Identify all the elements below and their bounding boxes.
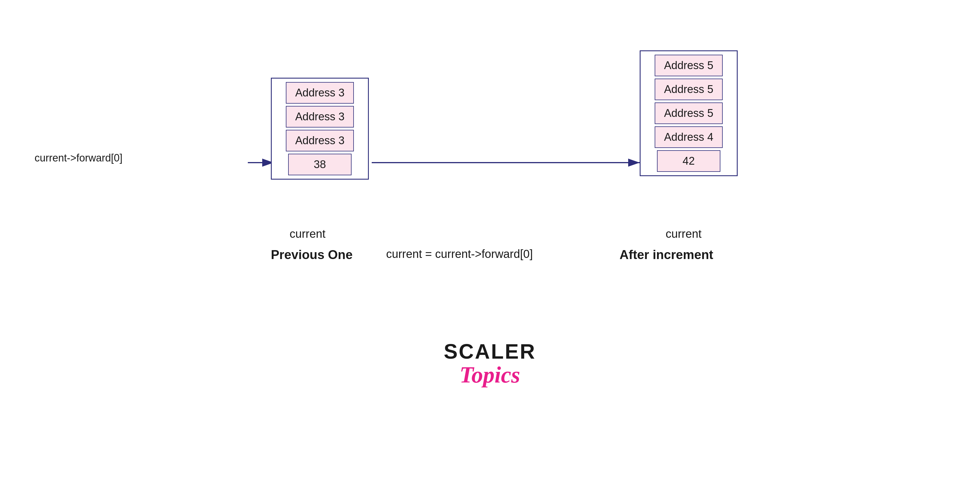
left-box-bold-label: Previous One xyxy=(271,247,353,262)
right-cell-4: 42 xyxy=(657,150,721,172)
right-cell-0: Address 5 xyxy=(655,55,722,76)
diagram-container: current->forward[0] Address 3 Address 3 … xyxy=(0,0,980,485)
left-node-box: Address 3 Address 3 Address 3 38 xyxy=(271,78,369,180)
left-arrow-label: current->forward[0] xyxy=(35,152,123,164)
left-cell-0: Address 3 xyxy=(286,82,353,104)
right-cell-2: Address 5 xyxy=(655,103,722,124)
left-cell-1: Address 3 xyxy=(286,106,353,127)
scaler-logo: SCALER Topics xyxy=(418,340,562,386)
right-cell-1: Address 5 xyxy=(655,79,722,100)
left-cell-3: 38 xyxy=(288,154,352,175)
right-box-bold-label: After increment xyxy=(619,247,713,262)
right-node-box: Address 5 Address 5 Address 5 Address 4 … xyxy=(640,51,738,176)
left-cell-2: Address 3 xyxy=(286,130,353,151)
topics-text: Topics xyxy=(418,363,562,386)
left-box-current-label: current xyxy=(290,227,326,240)
scaler-text: SCALER xyxy=(418,340,562,363)
arrows-svg xyxy=(0,0,980,485)
right-box-current-label: current xyxy=(666,227,702,240)
middle-arrow-label: current = current->forward[0] xyxy=(386,247,533,260)
right-cell-3: Address 4 xyxy=(655,126,722,148)
